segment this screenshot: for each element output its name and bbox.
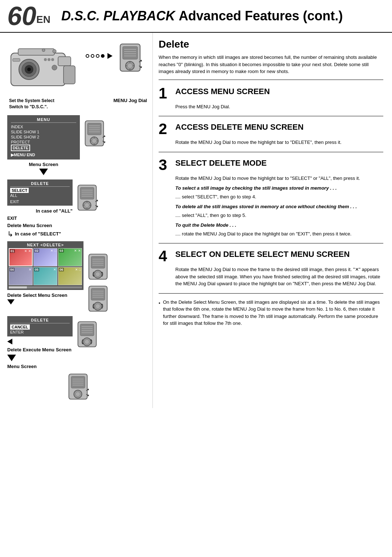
step-3-box: 3 SELECT DELETE MODE Rotate the MENU Jog… <box>159 157 383 244</box>
svg-point-14 <box>51 58 54 61</box>
curved-arrow-icon: ↳ <box>7 230 13 238</box>
delete-execute-label: Delete Execute Menu Screen <box>7 347 72 352</box>
thumb-grid-container: NEXT <DELETE> 01 ✕ ✕ 02 ✕ □ <box>7 241 83 306</box>
step-2-title: ACCESS DELETE MENU SCREEN <box>175 123 303 132</box>
thumb-mark-6: ✕ □ <box>75 268 81 271</box>
menu-end-item: ▶MENU END <box>11 153 76 157</box>
thumbnail-grid-row: NEXT <DELETE> 01 ✕ ✕ 02 ✕ □ <box>7 241 149 313</box>
menu-screen-label: Menu Screen <box>7 162 80 167</box>
thumb-grid-header: NEXT <DELETE> <box>9 243 82 247</box>
dots-arrow-indicator <box>86 53 113 59</box>
menu-item-delete: DELETE <box>11 145 30 151</box>
exit-label: EXIT <box>7 216 17 221</box>
jog-dial-illustration <box>118 42 142 73</box>
menu-screen-box: MENU INDEX SLIDE SHOW 1 SLIDE SHOW 2 PRO… <box>7 115 80 160</box>
menu-screen-label-area: Menu Screen <box>7 162 80 175</box>
scroll-bar <box>9 286 82 288</box>
delete-select-label-area: Delete Select Menu Screen <box>7 292 83 298</box>
step-3-sub-3-bold: To quit the Delete Mode . . . <box>175 222 383 229</box>
svg-rect-7 <box>64 66 75 84</box>
arrow-down-select <box>7 299 83 304</box>
dot-3 <box>96 54 99 58</box>
thumb-num-2: 02 <box>34 249 39 253</box>
step-4-header: 4 SELECT ON DELETE SELECT MENU SCREEN <box>159 249 383 264</box>
svg-point-38 <box>92 138 97 143</box>
thumb-mark-1: ✕ ✕ <box>24 249 31 253</box>
thumb-mark-4: ✕ <box>29 268 32 271</box>
in-case-all-label-row: In case of "ALL" <box>7 208 73 214</box>
step-4-number: 4 <box>159 249 172 264</box>
bullet-note-item: • On the Delete Select Menu Screen, the … <box>159 299 383 327</box>
del-exec-cancel: CANCEL <box>10 324 30 330</box>
thumb-cell-5: 05 ✕ <box>33 267 57 285</box>
menu-item-slideshow2: SLIDE SHOW 2 <box>11 134 76 140</box>
step-2-text: Rotate the MENU Jog Dial to move the hig… <box>175 139 383 146</box>
arrow-down-icon-3 <box>7 355 16 361</box>
menu-item-slideshow1: SLIDE SHOW 1 <box>11 129 76 134</box>
delete-execute-area: DELETE CANCEL ENTER Delete Execute Menu … <box>7 316 73 369</box>
step-4-box: 4 SELECT ON DELETE SELECT MENU SCREEN Ro… <box>159 249 383 294</box>
menu-screen-bottom-label: Menu Screen <box>7 364 37 369</box>
svg-rect-5 <box>18 49 54 55</box>
thumb-mark-3: ✕ ✕ <box>74 249 81 253</box>
delete-execute-row: DELETE CANCEL ENTER Delete Execute Menu … <box>7 316 149 369</box>
delete-menu-label-area: Delete Menu Screen <box>7 222 73 228</box>
jog-illus-1 <box>83 119 105 149</box>
arrow-left-row <box>7 339 73 344</box>
camera-icon <box>7 39 80 93</box>
step-2-number: 2 <box>159 121 172 137</box>
main-content: Set the System Select Switch to "D.S.C."… <box>0 33 392 408</box>
menu-screen-row: MENU INDEX SLIDE SHOW 1 SLIDE SHOW 2 PRO… <box>7 115 149 177</box>
thumb-num-4: 04 <box>9 268 15 271</box>
thumb-cell-3: 03 ✕ ✕ <box>58 248 82 266</box>
step-3-body: Rotate the MENU Jog Dial to move the hig… <box>159 175 383 238</box>
menu-screen-box-container: MENU INDEX SLIDE SHOW 1 SLIDE SHOW 2 PRO… <box>7 115 80 177</box>
jog-dial-icon-3 <box>87 252 109 281</box>
step-3-title: SELECT DELETE MODE <box>175 159 267 167</box>
svg-rect-16 <box>123 47 138 59</box>
step-3-text: Rotate the MENU Jog Dial to move the hig… <box>175 175 383 182</box>
camera-svg-container <box>7 39 80 94</box>
step-1-text: Press the MENU Jog Dial. <box>175 103 383 110</box>
step-2-header: 2 ACCESS DELETE MENU SCREEN <box>159 121 383 137</box>
svg-point-22 <box>127 63 132 68</box>
svg-point-9 <box>42 49 45 52</box>
thumb-num-6: 06 <box>59 268 64 271</box>
thumb-num-3: 03 <box>59 249 64 253</box>
delete-execute-label-area: Delete Execute Menu Screen <box>7 347 73 352</box>
intro-text: When the memory in which still images ar… <box>159 54 383 80</box>
step-1-box: 1 ACCESS MENU SCREEN Press the MENU Jog … <box>159 86 383 117</box>
step-3-sub-2-text: .... select "ALL", then go to step 5. <box>175 212 383 219</box>
delete-menu-area: DELETE SELECT ALL EXIT In case of "ALL" … <box>7 179 73 238</box>
page-header: 60EN D.S.C. PLAYBACK Advanced Features (… <box>0 0 392 33</box>
in-case-select-row: ↳ In case of "SELECT" <box>7 230 73 238</box>
scroll-indicator <box>9 286 27 288</box>
in-case-all-label: In case of "ALL" <box>36 208 73 214</box>
svg-point-90 <box>85 339 89 344</box>
svg-rect-84 <box>80 324 94 336</box>
step-3-sub-1-text: .... select "SELECT", then go to step 4. <box>175 193 383 201</box>
step-3-number: 3 <box>159 157 172 173</box>
thumb-cell-4: 04 ✕ <box>9 267 33 285</box>
svg-point-13 <box>48 58 50 61</box>
jog-illus-2 <box>76 183 98 213</box>
step-2-body: Rotate the MENU Jog Dial to move the hig… <box>159 139 383 146</box>
delete-menu-screen-row: DELETE SELECT ALL EXIT In case of "ALL" … <box>7 179 149 238</box>
svg-point-8 <box>53 49 56 53</box>
jog-dial-icon-bottom <box>67 372 89 401</box>
step-2-box: 2 ACCESS DELETE MENU SCREEN Rotate the M… <box>159 121 383 152</box>
dot-4 <box>101 54 105 58</box>
delete-all-item: ALL <box>10 193 70 198</box>
right-column: Delete When the memory in which still im… <box>152 33 392 408</box>
menu-box-title: MENU <box>11 117 76 123</box>
thumb-cell-2: 02 ✕ □ <box>33 248 57 266</box>
arrow-right-icon <box>107 53 113 59</box>
svg-point-70 <box>95 272 100 277</box>
svg-rect-6 <box>58 57 71 66</box>
arrow-down-1 <box>39 169 48 175</box>
svg-point-4 <box>27 68 31 71</box>
bullet-note-text: On the Delete Select Menu Screen, the st… <box>163 299 383 327</box>
delete-screen-box: DELETE SELECT ALL EXIT <box>7 179 73 206</box>
svg-point-12 <box>44 58 47 61</box>
thumb-grid-box: NEXT <DELETE> 01 ✕ ✕ 02 ✕ □ <box>7 241 83 290</box>
